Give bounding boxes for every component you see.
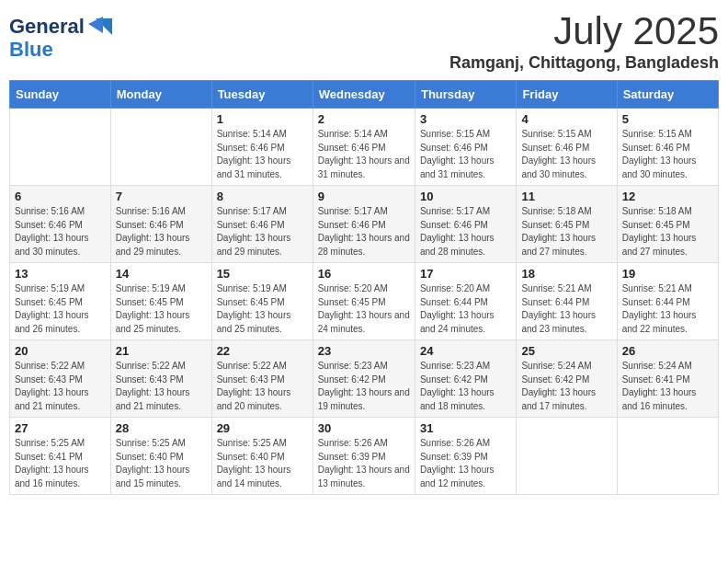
- week-row-1: 1Sunrise: 5:14 AM Sunset: 6:46 PM Daylig…: [10, 109, 719, 186]
- calendar-cell: 18Sunrise: 5:21 AM Sunset: 6:44 PM Dayli…: [517, 263, 617, 340]
- page-header: General Blue July 2025 Ramganj, Chittago…: [9, 9, 719, 73]
- day-info: Sunrise: 5:17 AM Sunset: 6:46 PM Dayligh…: [420, 205, 511, 259]
- week-row-3: 13Sunrise: 5:19 AM Sunset: 6:45 PM Dayli…: [10, 263, 719, 340]
- calendar-cell: 26Sunrise: 5:24 AM Sunset: 6:41 PM Dayli…: [617, 340, 718, 418]
- calendar-cell: 29Sunrise: 5:25 AM Sunset: 6:40 PM Dayli…: [211, 418, 313, 495]
- day-info: Sunrise: 5:15 AM Sunset: 6:46 PM Dayligh…: [521, 128, 611, 181]
- calendar-cell: 17Sunrise: 5:20 AM Sunset: 6:44 PM Dayli…: [415, 263, 516, 340]
- day-number: 10: [420, 190, 511, 203]
- day-number: 17: [420, 267, 511, 281]
- day-number: 4: [521, 112, 611, 126]
- calendar-table: SundayMondayTuesdayWednesdayThursdayFrid…: [9, 80, 719, 495]
- calendar-cell: 24Sunrise: 5:23 AM Sunset: 6:42 PM Dayli…: [415, 340, 516, 418]
- day-info: Sunrise: 5:14 AM Sunset: 6:46 PM Dayligh…: [318, 128, 410, 181]
- calendar-cell: [517, 418, 617, 495]
- day-info: Sunrise: 5:16 AM Sunset: 6:46 PM Dayligh…: [116, 205, 207, 259]
- day-number: 20: [15, 344, 106, 358]
- week-row-2: 6Sunrise: 5:16 AM Sunset: 6:46 PM Daylig…: [10, 186, 719, 263]
- day-number: 24: [420, 344, 511, 358]
- day-info: Sunrise: 5:18 AM Sunset: 6:45 PM Dayligh…: [622, 205, 713, 259]
- day-info: Sunrise: 5:25 AM Sunset: 6:40 PM Dayligh…: [116, 437, 207, 490]
- day-number: 28: [116, 421, 207, 435]
- calendar-cell: 15Sunrise: 5:19 AM Sunset: 6:45 PM Dayli…: [211, 263, 313, 340]
- calendar-cell: 12Sunrise: 5:18 AM Sunset: 6:45 PM Dayli…: [617, 186, 718, 263]
- calendar-cell: [10, 109, 111, 186]
- day-number: 19: [622, 267, 713, 281]
- day-info: Sunrise: 5:14 AM Sunset: 6:46 PM Dayligh…: [217, 128, 308, 181]
- day-info: Sunrise: 5:26 AM Sunset: 6:39 PM Dayligh…: [318, 437, 410, 490]
- day-info: Sunrise: 5:18 AM Sunset: 6:45 PM Dayligh…: [521, 205, 611, 259]
- day-info: Sunrise: 5:23 AM Sunset: 6:42 PM Dayligh…: [318, 360, 410, 413]
- day-number: 25: [521, 344, 611, 358]
- day-number: 12: [622, 190, 713, 203]
- day-number: 1: [217, 112, 308, 126]
- calendar-cell: [617, 418, 718, 495]
- calendar-cell: 1Sunrise: 5:14 AM Sunset: 6:46 PM Daylig…: [211, 109, 313, 186]
- day-number: 14: [116, 267, 207, 281]
- calendar-cell: 22Sunrise: 5:22 AM Sunset: 6:43 PM Dayli…: [211, 340, 313, 418]
- day-number: 26: [622, 344, 713, 358]
- calendar-cell: 19Sunrise: 5:21 AM Sunset: 6:44 PM Dayli…: [617, 263, 718, 340]
- day-info: Sunrise: 5:22 AM Sunset: 6:43 PM Dayligh…: [116, 360, 207, 413]
- day-number: 2: [318, 112, 410, 126]
- calendar-cell: 31Sunrise: 5:26 AM Sunset: 6:39 PM Dayli…: [415, 418, 516, 495]
- calendar-cell: 5Sunrise: 5:15 AM Sunset: 6:46 PM Daylig…: [617, 109, 718, 186]
- day-number: 8: [217, 190, 308, 203]
- day-number: 15: [217, 267, 308, 281]
- calendar-cell: 8Sunrise: 5:17 AM Sunset: 6:46 PM Daylig…: [211, 186, 313, 263]
- calendar-cell: 21Sunrise: 5:22 AM Sunset: 6:43 PM Dayli…: [110, 340, 211, 418]
- logo-text-general: General: [9, 16, 85, 38]
- day-info: Sunrise: 5:20 AM Sunset: 6:45 PM Dayligh…: [318, 282, 410, 336]
- day-info: Sunrise: 5:19 AM Sunset: 6:45 PM Dayligh…: [116, 282, 207, 336]
- day-info: Sunrise: 5:22 AM Sunset: 6:43 PM Dayligh…: [15, 360, 106, 413]
- calendar-cell: 4Sunrise: 5:15 AM Sunset: 6:46 PM Daylig…: [517, 109, 617, 186]
- day-info: Sunrise: 5:23 AM Sunset: 6:42 PM Dayligh…: [420, 360, 511, 413]
- day-number: 6: [15, 190, 106, 203]
- day-info: Sunrise: 5:25 AM Sunset: 6:41 PM Dayligh…: [15, 437, 106, 490]
- logo-icon: [86, 15, 114, 39]
- location-title: Ramganj, Chittagong, Bangladesh: [449, 53, 719, 73]
- calendar-cell: 9Sunrise: 5:17 AM Sunset: 6:46 PM Daylig…: [313, 186, 415, 263]
- calendar-cell: 6Sunrise: 5:16 AM Sunset: 6:46 PM Daylig…: [10, 186, 111, 263]
- calendar-cell: 28Sunrise: 5:25 AM Sunset: 6:40 PM Dayli…: [110, 418, 211, 495]
- calendar-cell: 3Sunrise: 5:15 AM Sunset: 6:46 PM Daylig…: [415, 109, 516, 186]
- day-number: 30: [318, 421, 410, 435]
- calendar-cell: 30Sunrise: 5:26 AM Sunset: 6:39 PM Dayli…: [313, 418, 415, 495]
- calendar-cell: 25Sunrise: 5:24 AM Sunset: 6:42 PM Dayli…: [517, 340, 617, 418]
- calendar-cell: 10Sunrise: 5:17 AM Sunset: 6:46 PM Dayli…: [415, 186, 516, 263]
- calendar-cell: 20Sunrise: 5:22 AM Sunset: 6:43 PM Dayli…: [10, 340, 111, 418]
- calendar-cell: 11Sunrise: 5:18 AM Sunset: 6:45 PM Dayli…: [517, 186, 617, 263]
- day-number: 3: [420, 112, 511, 126]
- day-number: 29: [217, 421, 308, 435]
- calendar-cell: 2Sunrise: 5:14 AM Sunset: 6:46 PM Daylig…: [313, 109, 415, 186]
- calendar-cell: 7Sunrise: 5:16 AM Sunset: 6:46 PM Daylig…: [110, 186, 211, 263]
- day-number: 22: [217, 344, 308, 358]
- day-number: 18: [521, 267, 611, 281]
- day-info: Sunrise: 5:21 AM Sunset: 6:44 PM Dayligh…: [622, 282, 713, 336]
- month-title: July 2025: [449, 9, 719, 53]
- weekday-header-tuesday: Tuesday: [211, 81, 313, 109]
- logo-text-blue: Blue: [9, 38, 53, 61]
- weekday-header-thursday: Thursday: [415, 81, 516, 109]
- day-info: Sunrise: 5:15 AM Sunset: 6:46 PM Dayligh…: [622, 128, 713, 181]
- day-info: Sunrise: 5:22 AM Sunset: 6:43 PM Dayligh…: [217, 360, 308, 413]
- day-number: 21: [116, 344, 207, 358]
- calendar-cell: 16Sunrise: 5:20 AM Sunset: 6:45 PM Dayli…: [313, 263, 415, 340]
- day-number: 31: [420, 421, 511, 435]
- weekday-header-saturday: Saturday: [617, 81, 718, 109]
- day-number: 27: [15, 421, 106, 435]
- calendar-cell: 23Sunrise: 5:23 AM Sunset: 6:42 PM Dayli…: [313, 340, 415, 418]
- day-info: Sunrise: 5:26 AM Sunset: 6:39 PM Dayligh…: [420, 437, 511, 490]
- day-number: 9: [318, 190, 410, 203]
- week-row-4: 20Sunrise: 5:22 AM Sunset: 6:43 PM Dayli…: [10, 340, 719, 418]
- day-number: 23: [318, 344, 410, 358]
- day-info: Sunrise: 5:16 AM Sunset: 6:46 PM Dayligh…: [15, 205, 106, 259]
- day-info: Sunrise: 5:24 AM Sunset: 6:41 PM Dayligh…: [622, 360, 713, 413]
- calendar-cell: [110, 109, 211, 186]
- day-number: 7: [116, 190, 207, 203]
- day-number: 5: [622, 112, 713, 126]
- day-info: Sunrise: 5:19 AM Sunset: 6:45 PM Dayligh…: [217, 282, 308, 336]
- day-number: 13: [15, 267, 106, 281]
- day-info: Sunrise: 5:21 AM Sunset: 6:44 PM Dayligh…: [521, 282, 611, 336]
- week-row-5: 27Sunrise: 5:25 AM Sunset: 6:41 PM Dayli…: [10, 418, 719, 495]
